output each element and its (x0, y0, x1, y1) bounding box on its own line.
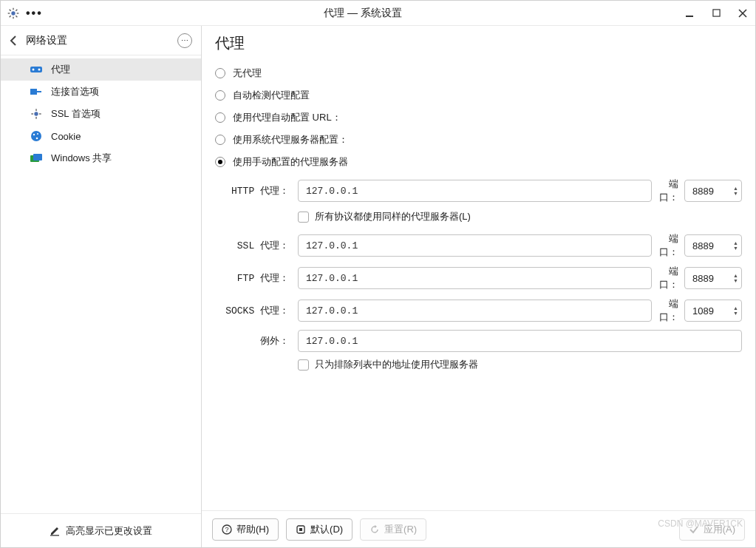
radio-auto-detect[interactable]: 自动检测代理配置 (215, 89, 742, 102)
svg-rect-13 (30, 67, 42, 72)
radio-manual-proxy[interactable]: 使用手动配置的代理服务器 (215, 155, 742, 169)
svg-point-21 (31, 131, 41, 141)
sidebar-item-proxy[interactable]: 代理 (1, 58, 201, 81)
http-proxy-label: HTTP 代理： (215, 184, 298, 197)
sidebar-item-label: SSL 首选项 (51, 107, 101, 121)
sidebar-item-cookie[interactable]: Cookie (1, 125, 201, 147)
apply-label: 应用(A) (704, 523, 735, 536)
svg-line-5 (10, 9, 11, 10)
sidebar-item-label: 连接首选项 (51, 85, 99, 98)
apply-button: 应用(A) (679, 518, 745, 541)
socks-proxy-row: SOCKS 代理： 端口： 1089▲▼ (215, 297, 742, 324)
help-label: 帮助(H) (236, 523, 269, 536)
sidebar-footer-label: 高亮显示已更改设置 (66, 524, 152, 538)
proxy-form: 无代理 自动检测代理配置 使用代理自动配置 URL： 使用系统代理服务器配置： … (202, 58, 755, 385)
sidebar-menu-icon[interactable]: ⋯ (177, 33, 192, 48)
share-icon (29, 152, 44, 164)
svg-line-6 (16, 16, 17, 17)
defaults-icon (296, 524, 306, 535)
except-only-row[interactable]: 只为排除列表中的地址使用代理服务器 (215, 358, 742, 371)
radio-icon (215, 157, 225, 167)
settings-window: ••• 代理 — 系统设置 网络设置 ⋯ 代理 (0, 0, 756, 548)
radio-label: 使用手动配置的代理服务器 (233, 155, 348, 169)
reset-icon (370, 524, 380, 535)
proxy-icon (29, 64, 44, 75)
port-label: 端口： (652, 297, 684, 324)
ftp-proxy-input[interactable] (298, 267, 652, 289)
maximize-button[interactable] (709, 9, 723, 18)
ssl-proxy-input[interactable] (298, 234, 652, 257)
svg-point-0 (11, 11, 15, 15)
stepper-arrows-icon[interactable]: ▲▼ (733, 240, 738, 251)
port-value: 8889 (692, 273, 733, 284)
svg-point-23 (37, 133, 38, 135)
sidebar-header-label[interactable]: 网络设置 (26, 34, 177, 47)
checkbox-icon (298, 359, 309, 371)
port-label: 端口： (652, 177, 684, 204)
ssl-port-stepper[interactable]: 8889▲▼ (684, 234, 742, 257)
sidebar-item-windows-share[interactable]: Windows 共享 (1, 147, 201, 169)
radio-icon (215, 112, 225, 123)
http-proxy-row: HTTP 代理： 端口： 8889▲▼ (215, 177, 742, 204)
stepper-arrows-icon[interactable]: ▲▼ (733, 273, 738, 283)
socks-proxy-input[interactable] (298, 300, 652, 322)
sidebar-item-connection[interactable]: 连接首选项 (1, 81, 201, 103)
body: 网络设置 ⋯ 代理 连接首选项 SSL 首选项 Cookie (1, 26, 755, 547)
except-only-label: 只为排除列表中的地址使用代理服务器 (315, 358, 478, 371)
stepper-arrows-icon[interactable]: ▲▼ (733, 305, 738, 316)
ssl-gear-icon (29, 108, 44, 120)
help-icon: ? (222, 524, 232, 535)
radio-system-proxy[interactable]: 使用系统代理服务器配置： (215, 133, 742, 146)
ftp-proxy-row: FTP 代理： 端口： 8889▲▼ (215, 265, 742, 291)
ftp-proxy-label: FTP 代理： (215, 271, 298, 285)
http-proxy-input[interactable] (298, 180, 652, 202)
svg-rect-31 (299, 528, 302, 531)
radio-no-proxy[interactable]: 无代理 (215, 67, 742, 80)
radio-auto-config-url[interactable]: 使用代理自动配置 URL： (215, 111, 742, 124)
same-protocol-label: 所有协议都使用同样的代理服务器(L) (315, 210, 471, 223)
reset-label: 重置(R) (384, 523, 417, 536)
stepper-arrows-icon[interactable]: ▲▼ (733, 186, 738, 196)
svg-point-22 (33, 134, 35, 135)
cookie-icon (29, 130, 44, 142)
defaults-label: 默认(D) (310, 523, 343, 536)
sidebar: 网络设置 ⋯ 代理 连接首选项 SSL 首选项 Cookie (1, 26, 202, 547)
ssl-proxy-row: SSL 代理： 端口： 8889▲▼ (215, 232, 742, 259)
apply-icon (689, 524, 699, 535)
except-input[interactable] (298, 330, 742, 352)
ftp-port-stepper[interactable]: 8889▲▼ (684, 267, 742, 289)
svg-point-24 (36, 138, 38, 140)
minimize-button[interactable] (683, 9, 696, 18)
reset-button: 重置(R) (360, 518, 426, 541)
socks-port-stepper[interactable]: 1089▲▼ (684, 300, 742, 322)
svg-text:?: ? (225, 526, 228, 533)
window-controls (683, 9, 749, 18)
radio-label: 自动检测代理配置 (233, 89, 310, 102)
defaults-button[interactable]: 默认(D) (286, 518, 353, 541)
svg-line-8 (16, 9, 17, 10)
menu-dots-icon[interactable]: ••• (26, 7, 43, 20)
back-icon[interactable] (10, 35, 20, 46)
svg-rect-26 (33, 154, 42, 160)
checkbox-icon (298, 212, 309, 223)
port-value: 1089 (692, 305, 733, 317)
svg-rect-9 (686, 16, 693, 17)
radio-icon (215, 135, 225, 145)
port-label: 端口： (652, 232, 684, 259)
radio-label: 使用系统代理服务器配置： (233, 133, 348, 146)
page-title: 代理 (202, 26, 755, 58)
close-button[interactable] (736, 9, 749, 18)
http-port-stepper[interactable]: 8889▲▼ (684, 180, 742, 202)
port-value: 8889 (692, 240, 733, 251)
content: 代理 无代理 自动检测代理配置 使用代理自动配置 URL： 使用系统代理服务器配… (202, 26, 755, 547)
same-protocol-row[interactable]: 所有协议都使用同样的代理服务器(L) (215, 210, 742, 223)
sidebar-item-label: Windows 共享 (51, 152, 112, 165)
sidebar-item-ssl[interactable]: SSL 首选项 (1, 103, 201, 125)
radio-icon (215, 68, 225, 78)
svg-point-14 (33, 69, 35, 71)
except-label: 例外： (215, 334, 298, 348)
app-gear-icon (7, 7, 20, 20)
help-button[interactable]: ? 帮助(H) (212, 518, 279, 541)
highlight-changed-button[interactable]: 高亮显示已更改设置 (1, 513, 201, 547)
sidebar-item-label: 代理 (51, 63, 70, 76)
